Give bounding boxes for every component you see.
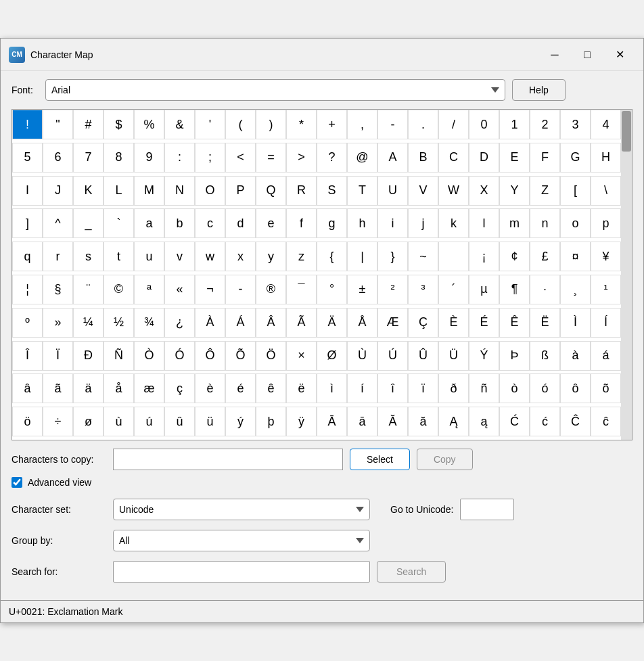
character-set-select[interactable]: Unicode Windows: Western DOS: Latin US xyxy=(113,499,370,520)
char-cell[interactable]: Y xyxy=(499,176,530,206)
char-cell[interactable]: ÷ xyxy=(43,407,73,436)
char-cell[interactable]: l xyxy=(469,208,499,238)
char-cell[interactable]: v xyxy=(164,242,195,271)
char-cell[interactable]: ą xyxy=(469,407,499,436)
char-cell[interactable]: ¼ xyxy=(73,308,104,338)
char-cell[interactable]: - xyxy=(225,275,256,304)
char-cell[interactable]: ï xyxy=(408,373,438,403)
char-cell[interactable]: B xyxy=(408,143,438,173)
char-cell[interactable]: _ xyxy=(73,208,104,238)
char-cell[interactable]: Ò xyxy=(134,341,164,371)
characters-to-copy-input[interactable] xyxy=(113,449,343,470)
char-cell[interactable]: ¤ xyxy=(560,242,591,271)
char-cell[interactable]: 7 xyxy=(73,143,104,173)
char-cell[interactable]: 4 xyxy=(591,110,621,139)
char-cell[interactable]: y xyxy=(256,242,286,271)
char-cell[interactable]: & xyxy=(164,110,195,139)
char-cell[interactable]: 6 xyxy=(43,143,73,173)
char-cell[interactable]: \ xyxy=(591,176,621,206)
char-cell[interactable]: Ć xyxy=(499,407,530,436)
char-cell[interactable]: n xyxy=(530,208,560,238)
char-cell[interactable]: « xyxy=(164,275,195,304)
char-cell[interactable]: ¯ xyxy=(286,275,317,304)
char-cell[interactable]: £ xyxy=(530,242,560,271)
char-cell[interactable]: / xyxy=(438,110,469,139)
char-cell[interactable]: f xyxy=(286,208,317,238)
char-cell[interactable]: F xyxy=(530,143,560,173)
char-cell[interactable]: º xyxy=(12,308,43,338)
char-cell[interactable]: ¸ xyxy=(560,275,591,304)
char-cell[interactable]: ^ xyxy=(43,208,73,238)
char-cell[interactable] xyxy=(438,242,469,271)
char-cell[interactable]: , xyxy=(347,110,377,139)
select-button[interactable]: Select xyxy=(350,449,410,470)
char-cell[interactable]: T xyxy=(347,176,377,206)
char-cell[interactable]: t xyxy=(104,242,134,271)
char-cell[interactable]: u xyxy=(134,242,164,271)
char-cell[interactable]: J xyxy=(43,176,73,206)
char-cell[interactable]: C xyxy=(438,143,469,173)
char-cell[interactable]: ¥ xyxy=(591,242,621,271)
char-cell[interactable]: Ä xyxy=(317,308,347,338)
char-cell[interactable]: 2 xyxy=(530,110,560,139)
char-cell[interactable]: c xyxy=(195,208,225,238)
char-cell[interactable]: ¡ xyxy=(469,242,499,271)
char-cell[interactable]: ó xyxy=(530,373,560,403)
char-cell[interactable]: k xyxy=(438,208,469,238)
char-cell[interactable]: A xyxy=(377,143,408,173)
char-cell[interactable]: X xyxy=(469,176,499,206)
char-cell[interactable]: Ñ xyxy=(104,341,134,371)
char-cell[interactable]: g xyxy=(317,208,347,238)
char-cell[interactable]: å xyxy=(104,373,134,403)
char-cell[interactable]: ú xyxy=(134,407,164,436)
char-cell[interactable]: ? xyxy=(317,143,347,173)
char-cell[interactable]: % xyxy=(134,110,164,139)
char-cell[interactable]: K xyxy=(73,176,104,206)
char-cell[interactable]: Ă xyxy=(377,407,408,436)
scrollbar[interactable] xyxy=(621,110,632,440)
char-cell[interactable]: b xyxy=(164,208,195,238)
char-cell[interactable]: ß xyxy=(530,341,560,371)
char-cell[interactable]: Ô xyxy=(195,341,225,371)
char-cell[interactable]: ° xyxy=(317,275,347,304)
char-cell[interactable]: E xyxy=(499,143,530,173)
char-cell[interactable]: ô xyxy=(560,373,591,403)
char-cell[interactable]: À xyxy=(195,308,225,338)
search-for-input[interactable] xyxy=(113,561,370,583)
char-cell[interactable]: ¹ xyxy=(591,275,621,304)
char-cell[interactable]: á xyxy=(591,341,621,371)
char-cell[interactable]: ; xyxy=(195,143,225,173)
char-cell[interactable]: Ü xyxy=(438,341,469,371)
char-cell[interactable]: Õ xyxy=(225,341,256,371)
char-cell[interactable]: " xyxy=(43,110,73,139)
char-cell[interactable]: ò xyxy=(499,373,530,403)
copy-button[interactable]: Copy xyxy=(417,449,473,470)
char-cell[interactable]: Ø xyxy=(317,341,347,371)
char-cell[interactable]: ā xyxy=(347,407,377,436)
char-cell[interactable]: | xyxy=(347,242,377,271)
char-cell[interactable]: . xyxy=(408,110,438,139)
char-cell[interactable]: j xyxy=(408,208,438,238)
char-cell[interactable]: ¦ xyxy=(12,275,43,304)
char-cell[interactable]: ä xyxy=(73,373,104,403)
char-cell[interactable]: h xyxy=(347,208,377,238)
char-cell[interactable]: w xyxy=(195,242,225,271)
char-cell[interactable]: @ xyxy=(347,143,377,173)
minimize-button[interactable]: ─ xyxy=(539,44,570,66)
char-cell[interactable]: è xyxy=(195,373,225,403)
char-cell[interactable]: D xyxy=(469,143,499,173)
char-cell[interactable]: ý xyxy=(225,407,256,436)
char-cell[interactable]: ć xyxy=(530,407,560,436)
char-cell[interactable]: Ó xyxy=(164,341,195,371)
char-cell[interactable]: d xyxy=(225,208,256,238)
char-cell[interactable]: ĉ xyxy=(591,407,621,436)
char-cell[interactable]: ¬ xyxy=(195,275,225,304)
char-cell[interactable]: î xyxy=(377,373,408,403)
char-cell[interactable]: Q xyxy=(256,176,286,206)
char-cell[interactable]: Í xyxy=(591,308,621,338)
char-cell[interactable]: ç xyxy=(164,373,195,403)
char-cell[interactable]: } xyxy=(377,242,408,271)
char-cell[interactable]: ¢ xyxy=(499,242,530,271)
char-cell[interactable]: ª xyxy=(134,275,164,304)
char-cell[interactable]: ü xyxy=(195,407,225,436)
